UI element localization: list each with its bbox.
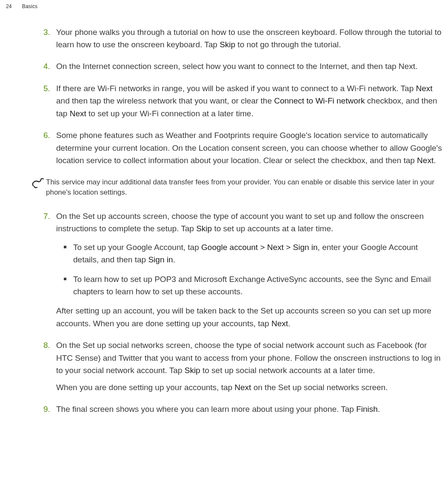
instruction-steps-continued: 7. On the Set up accounts screen, choose… [31, 210, 444, 416]
step-6: 6. Some phone features such as Weather a… [31, 129, 444, 167]
step-text: The final screen shows you where you can… [56, 405, 380, 414]
step-7-followon: After setting up an account, you will be… [56, 305, 444, 330]
step-number: 7. [43, 210, 50, 222]
step-text: If there are Wi-Fi networks in range, yo… [56, 84, 437, 118]
step-8-followon: When you are done setting up your accoun… [56, 381, 444, 394]
page-header: 24 Basics [0, 0, 448, 13]
step-7-sublist: To set up your Google Account, tap Googl… [56, 241, 444, 298]
page-number: 24 [6, 3, 12, 11]
sublist-item: To set up your Google Account, tap Googl… [56, 241, 444, 266]
step-number: 4. [43, 60, 50, 72]
step-3: 3. Your phone walks you through a tutori… [31, 26, 444, 51]
step-text: Some phone features such as Weather and … [56, 131, 442, 165]
step-5: 5. If there are Wi-Fi networks in range,… [31, 82, 444, 120]
step-number: 6. [43, 129, 50, 141]
step-number: 5. [43, 82, 50, 95]
step-text: Your phone walks you through a tutorial … [56, 28, 442, 49]
step-number: 3. [43, 26, 50, 38]
step-7: 7. On the Set up accounts screen, choose… [31, 210, 444, 330]
step-text: On the Set up social networks screen, ch… [56, 341, 441, 375]
step-text: On the Internet connection screen, selec… [56, 62, 417, 71]
step-8: 8. On the Set up social networks screen,… [31, 339, 444, 394]
step-number: 8. [43, 339, 50, 351]
step-4: 4. On the Internet connection screen, se… [31, 60, 444, 72]
note-text: This service may incur additional data t… [46, 177, 440, 198]
instruction-steps: 3. Your phone walks you through a tutori… [31, 26, 444, 167]
page-content: 3. Your phone walks you through a tutori… [0, 13, 448, 420]
step-number: 9. [43, 403, 50, 415]
section-title: Basics [22, 3, 38, 11]
note-callout: This service may incur additional data t… [31, 177, 444, 198]
note-icon [31, 176, 45, 191]
step-9: 9. The final screen shows you where you … [31, 403, 444, 415]
sublist-item: To learn how to set up POP3 and Microsof… [56, 273, 444, 298]
step-text: On the Set up accounts screen, choose th… [56, 212, 424, 233]
